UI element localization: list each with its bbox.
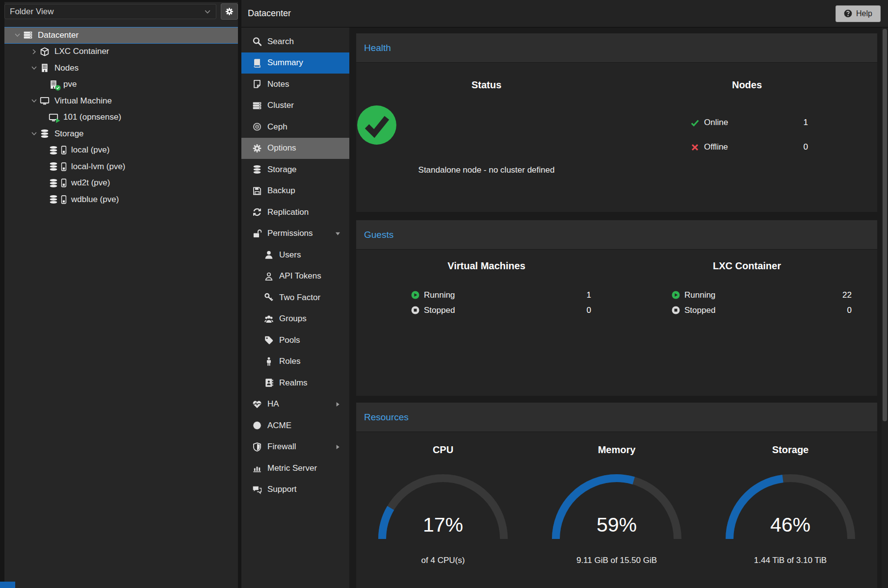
database-icon [49,146,58,155]
tree-item-local[interactable]: local (pve) [4,142,238,159]
nav-item-ha[interactable]: HA [241,394,349,415]
caret-down-icon[interactable] [335,230,341,237]
cpu-gauge-column: CPU 17% of 4 CPU(s) [356,444,530,588]
status-message: Standalone node - no cluster defined [356,165,617,175]
help-button-label: Help [856,9,872,18]
nav-item-pools[interactable]: Pools [241,330,349,351]
status-column: Status Standalone node - no cluster defi… [356,63,617,212]
nodes-offline-row: Offline 0 [690,135,808,159]
nav-item-label: Groups [279,314,307,324]
database-icon [49,162,58,171]
resource-tree-panel: Folder View Datacenter LXC Container Nod… [4,2,238,588]
nav-item-label: API Tokens [279,271,321,281]
lxc-stopped-count: 0 [847,306,852,315]
nav-item-replication[interactable]: Replication [241,202,349,223]
chevron-right-icon[interactable] [29,48,39,55]
memory-gauge-column: Memory 59% 9.11 GiB of 15.50 GiB [530,444,704,588]
lxc-running-count: 22 [842,290,852,300]
key-icon [264,293,274,302]
nav-item-label: Cluster [267,101,294,110]
nav-item-label: Two Factor [279,293,320,303]
disk-icon [61,179,67,187]
ceph-icon [252,122,262,131]
scrollbar-thumb[interactable] [883,29,887,421]
nodes-offline-count: 0 [804,142,808,152]
tree-item-wd2t[interactable]: wd2t (pve) [4,175,238,192]
nav-item-label: Search [267,37,294,47]
nav-item-groups[interactable]: Groups [241,308,349,330]
tree-item-label: wdblue (pve) [71,195,119,205]
storage-gauge: 46% [719,470,862,543]
cube-icon [40,47,50,56]
question-circle-icon [844,9,852,18]
status-title: Status [356,79,617,91]
tree-item-wdblue[interactable]: wdblue (pve) [4,191,238,208]
chevron-down-icon[interactable] [29,98,39,104]
nav-item-label: Pools [279,335,300,345]
content-header-bar: Datacenter Help [241,0,888,27]
view-selector-value: Folder View [10,7,53,17]
nav-item-label: Backup [267,186,295,196]
caret-right-icon[interactable] [335,444,341,450]
nav-item-notes[interactable]: Notes [241,74,349,95]
check-icon [690,118,700,128]
nav-item-metric-server[interactable]: Metric Server [241,458,349,479]
database-icon [49,179,58,188]
nav-item-roles[interactable]: Roles [241,351,349,373]
tree-item-pve[interactable]: pve [4,77,238,93]
server-stack-icon [23,30,33,40]
tree-item-storage[interactable]: Storage [4,126,238,142]
tree-item-101-opnsense[interactable]: 101 (opnsense) [4,109,238,126]
nav-item-two-factor[interactable]: Two Factor [241,287,349,308]
nav-item-api-tokens[interactable]: API Tokens [241,266,349,287]
nav-item-search[interactable]: Search [241,31,349,52]
nav-item-users[interactable]: Users [241,244,349,266]
tree-item-local-lvm[interactable]: local-lvm (pve) [4,158,238,175]
tree-item-label: local-lvm (pve) [71,162,126,172]
book-icon [252,58,262,68]
nav-item-firewall[interactable]: Firewall [241,436,349,458]
unlock-icon [252,229,262,238]
nav-item-backup[interactable]: Backup [241,180,349,202]
tree-settings-button[interactable] [221,3,238,20]
play-circle-icon [411,291,419,299]
nav-item-storage[interactable]: Storage [241,159,349,180]
chevron-down-icon[interactable] [12,32,22,39]
nav-item-label: Storage [267,165,297,175]
tree-item-lxc-container[interactable]: LXC Container [4,44,238,60]
nav-item-cluster[interactable]: Cluster [241,95,349,117]
summary-content: Health Status Standalone node - no clust… [349,27,882,588]
help-button[interactable]: Help [836,5,881,22]
main-scrollbar[interactable] [882,27,888,588]
chevron-down-icon[interactable] [29,65,39,72]
nav-item-acme[interactable]: ACME [241,415,349,436]
health-panel-title: Health [364,43,391,53]
vm-stopped-count: 0 [587,306,591,315]
nav-item-permissions[interactable]: Permissions [241,223,349,245]
tree-item-label: pve [63,79,77,89]
tree-item-label: Nodes [54,63,78,73]
tree-item-label: LXC Container [54,47,109,56]
chevron-down-icon [204,8,211,15]
view-selector-dropdown[interactable]: Folder View [4,4,216,19]
lxc-container-column: LXC Container Running 22 Stopped 0 [617,260,877,396]
person-icon [264,357,274,366]
storage-percent: 46% [719,513,862,537]
nodes-column: Nodes Online 1 Offline 0 [617,63,877,212]
guests-panel: Guests Virtual Machines Running 1 Stoppe… [356,220,877,396]
nav-item-ceph[interactable]: Ceph [241,116,349,138]
nav-item-support[interactable]: Support [241,479,349,501]
vm-running-row: Running 1 [411,287,591,303]
caret-right-icon[interactable] [335,401,341,408]
nodes-online-count: 1 [804,118,808,128]
chevron-down-icon[interactable] [29,130,39,137]
nav-item-realms[interactable]: Realms [241,372,349,394]
cpu-gauge: 17% [372,470,514,543]
nav-item-summary[interactable]: Summary [241,52,349,74]
gear-icon [225,7,234,16]
nav-item-options[interactable]: Options [241,138,349,159]
tree-item-virtual-machine[interactable]: Virtual Machine [4,93,238,109]
nav-item-label: Options [267,143,296,153]
tree-item-nodes[interactable]: Nodes [4,60,238,77]
tree-item-datacenter[interactable]: Datacenter [4,27,238,44]
